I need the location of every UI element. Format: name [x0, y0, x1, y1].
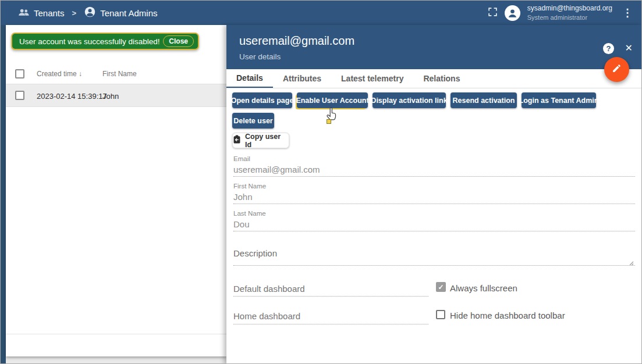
- tenant-admins-person-icon: [84, 6, 96, 20]
- first-name-header[interactable]: First Name: [102, 70, 137, 78]
- breadcrumb-separator: >: [70, 9, 79, 17]
- table-header-row: Created time ↓ First Name: [6, 65, 226, 84]
- first-name-underline: [233, 204, 635, 204]
- breadcrumb-tenants-label: Tenants: [34, 8, 65, 18]
- open-details-page-button[interactable]: Open details page: [232, 92, 292, 108]
- topbar-right: sysadmin@thingsboard.org System administ…: [488, 1, 636, 25]
- close-icon[interactable]: ✕: [625, 42, 633, 53]
- login-as-tenant-admin-button[interactable]: Login as Tenant Admin: [522, 92, 596, 108]
- email-underline: [233, 176, 635, 177]
- row-first-name: John: [102, 92, 119, 101]
- pencil-icon: [612, 63, 622, 76]
- hide-home-dashboard-toolbar-checkbox[interactable]: [436, 310, 445, 319]
- hide-home-dashboard-toolbar-label: Hide home dashboard toolbar: [450, 311, 565, 320]
- description-underline: [233, 265, 635, 266]
- help-icon[interactable]: ?: [603, 43, 614, 54]
- enable-user-account-button[interactable]: Enable User Account: [297, 92, 368, 108]
- copy-user-id-button[interactable]: Copy user Id: [232, 133, 289, 148]
- always-fullscreen-label: Always fullscreen: [450, 283, 517, 293]
- breadcrumb: Tenants > Tenant Admins: [18, 1, 158, 25]
- last-name-value: Dou: [233, 219, 250, 229]
- default-dashboard-underline: [233, 296, 428, 297]
- created-time-header[interactable]: Created time ↓: [37, 70, 82, 78]
- email-value: useremail@gmail.com: [233, 165, 320, 174]
- breadcrumb-tenant-admins[interactable]: Tenant Admins: [84, 6, 157, 20]
- tenants-people-icon: [18, 8, 30, 19]
- panel-header: useremail@gmail.com User details ? ✕: [226, 25, 642, 69]
- home-dashboard-label: Home dashboard: [233, 311, 300, 321]
- description-label: Description: [233, 248, 277, 258]
- last-name-underline: [233, 231, 635, 231]
- more-menu-icon[interactable]: ⋮: [619, 6, 636, 19]
- fullscreen-icon[interactable]: [488, 7, 498, 19]
- toast-message: User account was successfully disabled!: [19, 37, 163, 46]
- row-created-time: 2023-02-14 15:39:17: [37, 92, 107, 101]
- top-bar: Tenants > Tenant Admins: [1, 1, 642, 25]
- thingsboard-app: Tenants > Tenant Admins: [0, 0, 642, 364]
- select-all-checkbox[interactable]: [15, 69, 24, 78]
- user-avatar[interactable]: [505, 5, 520, 21]
- toast-close-button[interactable]: Close: [163, 35, 194, 47]
- tab-details[interactable]: Details: [226, 69, 273, 88]
- first-name-value: John: [233, 192, 253, 202]
- user-role: System administrator: [527, 13, 612, 22]
- success-toast: User account was successfully disabled! …: [11, 33, 199, 50]
- first-name-label: First Name: [233, 183, 266, 190]
- display-activation-link-button[interactable]: Display activation link: [373, 92, 446, 108]
- table-row[interactable]: 2023-02-14 15:39:17 John: [6, 84, 226, 107]
- details-tabs: Details Attributes Latest telemetry Rela…: [226, 69, 642, 88]
- last-name-label: Last Name: [233, 210, 266, 217]
- check-icon: ✓: [438, 283, 444, 291]
- breadcrumb-current-label: Tenant Admins: [100, 8, 157, 18]
- tenant-admins-page: Created time ↓ First Name 2023-02-14 15:…: [6, 25, 226, 364]
- sort-desc-icon: ↓: [79, 70, 82, 78]
- tenant-admins-table-card: Created time ↓ First Name 2023-02-14 15:…: [6, 25, 226, 356]
- row-checkbox[interactable]: [15, 91, 24, 100]
- breadcrumb-tenants[interactable]: Tenants: [18, 8, 65, 19]
- copy-user-id-label: Copy user Id: [245, 133, 289, 149]
- user-details-panel: useremail@gmail.com User details ? ✕ Det…: [226, 25, 642, 364]
- resize-handle-icon[interactable]: [628, 258, 634, 268]
- user-email: sysadmin@thingsboard.org: [527, 4, 612, 13]
- delete-user-button[interactable]: Delete user: [232, 113, 274, 129]
- default-dashboard-label: Default dashboard: [233, 284, 305, 294]
- table-footer-divider: [6, 334, 226, 334]
- user-info: sysadmin@thingsboard.org System administ…: [527, 4, 612, 22]
- copy-icon: [233, 135, 241, 146]
- edit-fab-button[interactable]: [604, 57, 629, 82]
- resend-activation-button[interactable]: Resend activation: [451, 92, 517, 108]
- tab-relations[interactable]: Relations: [413, 69, 470, 88]
- email-label: Email: [233, 155, 250, 162]
- panel-title: useremail@gmail.com: [239, 34, 354, 48]
- tab-attributes[interactable]: Attributes: [273, 69, 331, 88]
- always-fullscreen-checkbox: ✓: [436, 282, 446, 292]
- tab-latest-telemetry[interactable]: Latest telemetry: [331, 69, 413, 88]
- side-menu-rail[interactable]: [1, 25, 6, 364]
- home-dashboard-underline: [233, 324, 428, 324]
- panel-subtitle: User details: [239, 52, 281, 61]
